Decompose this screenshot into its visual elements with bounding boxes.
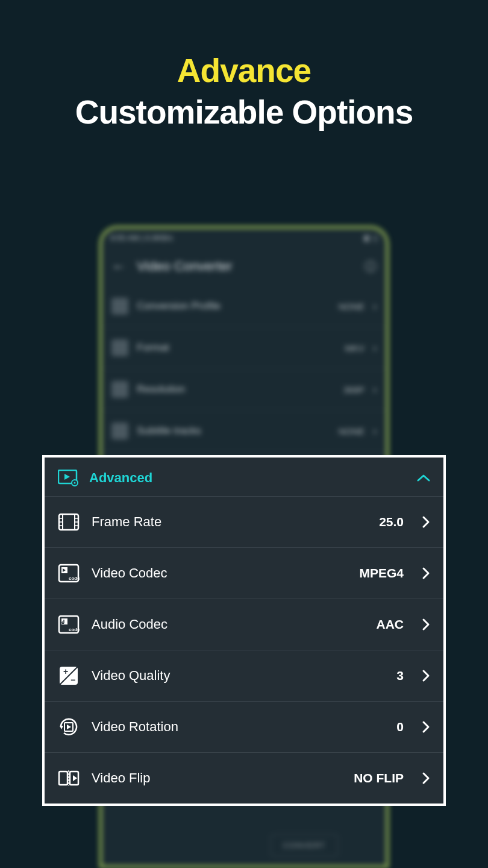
row-value: NONE <box>339 426 364 436</box>
svg-text:+: + <box>63 667 68 676</box>
row-label: Conversion Profile <box>137 300 330 312</box>
row-label: Format <box>137 342 336 354</box>
chevron-right-icon <box>422 669 430 682</box>
row-label: Frame Rate <box>92 514 367 530</box>
row-label: Video Flip <box>92 770 342 786</box>
back-icon[interactable]: ← <box>111 258 126 275</box>
advanced-header[interactable]: Advanced <box>45 458 443 496</box>
chevron-right-icon <box>422 567 430 580</box>
row-label: Audio Codec <box>92 617 364 632</box>
video-rotation-row[interactable]: Video Rotation 0 <box>45 701 443 752</box>
chevron-right-icon <box>422 618 430 631</box>
svg-rect-27 <box>59 772 67 785</box>
rotation-icon <box>58 716 80 738</box>
promo-line1: Advance <box>0 51 488 90</box>
chevron-right-icon <box>422 720 430 734</box>
film-icon <box>58 511 80 533</box>
option-row[interactable]: Format MKV › <box>102 327 386 369</box>
row-value: MPEG4 <box>359 566 404 580</box>
advanced-icon <box>58 470 78 486</box>
row-label: Subtitle tracks <box>137 425 330 437</box>
row-label: Video Codec <box>92 565 347 581</box>
status-time: 9:55 AM | 0.0KB/s <box>110 233 173 242</box>
video-codec-icon: codec <box>58 562 80 584</box>
chevron-right-icon <box>422 515 430 529</box>
advanced-panel: Advanced Frame Rate 25.0 <box>42 455 446 806</box>
svg-point-3 <box>74 482 76 484</box>
row-value: NO FLIP <box>354 771 404 785</box>
chevron-right-icon: › <box>373 383 377 396</box>
app-header: ← Video Converter ⓘ <box>102 247 386 286</box>
row-label: Video Quality <box>92 668 384 684</box>
resolution-icon <box>111 381 128 398</box>
svg-text:codec: codec <box>69 627 80 632</box>
promo-line2: Customizable Options <box>0 93 488 131</box>
row-value: 25.0 <box>379 515 404 529</box>
svg-text:codec: codec <box>69 576 80 581</box>
promo-heading: Advance Customizable Options <box>0 0 488 131</box>
row-label: Resolution <box>137 383 335 395</box>
option-row[interactable]: Resolution 368P › <box>102 369 386 410</box>
chevron-right-icon <box>422 772 430 785</box>
option-row[interactable]: Subtitle tracks NONE › <box>102 410 386 452</box>
status-icons: ◧ ▯ <box>364 233 378 242</box>
row-value: 368P <box>343 385 364 395</box>
flip-icon <box>58 767 80 789</box>
svg-marker-24 <box>60 726 63 729</box>
profile-icon <box>111 298 128 315</box>
chevron-right-icon: › <box>373 300 377 313</box>
row-value: 0 <box>396 720 404 734</box>
help-icon[interactable]: ⓘ <box>364 259 377 275</box>
video-flip-row[interactable]: Video Flip NO FLIP <box>45 752 443 804</box>
svg-marker-26 <box>67 725 71 729</box>
convert-button[interactable]: CONVERT <box>271 834 338 857</box>
chevron-up-icon <box>417 474 430 482</box>
row-value: AAC <box>377 617 404 632</box>
chevron-right-icon: › <box>373 425 377 438</box>
video-quality-row[interactable]: + − Video Quality 3 <box>45 650 443 701</box>
option-row[interactable]: Conversion Profile NONE › <box>102 286 386 327</box>
row-value: 3 <box>396 668 404 683</box>
audio-codec-row[interactable]: codec Audio Codec AAC <box>45 599 443 650</box>
svg-text:−: − <box>70 675 75 685</box>
frame-rate-row[interactable]: Frame Rate 25.0 <box>45 496 443 547</box>
svg-marker-1 <box>64 474 70 480</box>
svg-marker-29 <box>73 775 77 781</box>
audio-codec-icon: codec <box>58 614 80 635</box>
subtitle-icon <box>111 423 128 439</box>
row-value: MKV <box>345 343 364 353</box>
video-codec-row[interactable]: codec Video Codec MPEG4 <box>45 547 443 599</box>
advanced-title: Advanced <box>89 470 406 486</box>
status-bar: 9:55 AM | 0.0KB/s ◧ ▯ <box>102 228 386 247</box>
app-title: Video Converter <box>137 259 354 274</box>
row-value: NONE <box>339 301 364 312</box>
format-icon <box>111 339 128 356</box>
chevron-right-icon: › <box>373 342 377 354</box>
row-label: Video Rotation <box>92 719 384 735</box>
quality-icon: + − <box>58 665 80 687</box>
